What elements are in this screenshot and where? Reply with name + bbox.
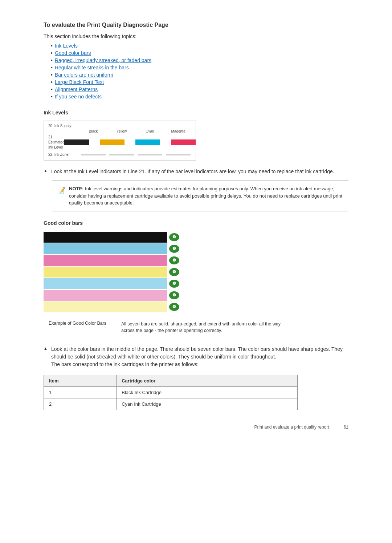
- ink-levels-link[interactable]: Ink Levels: [55, 43, 78, 49]
- list-item: Ragged, irregularly streaked, or faded b…: [51, 57, 348, 63]
- bar-number-5: ❷: [169, 280, 179, 288]
- list-item: If you see no defects: [51, 94, 348, 100]
- color-bars-bullet: ▲ Look at the color bars in the middle o…: [44, 345, 348, 368]
- cbt-left-cell: Example of Good Color Bars: [44, 317, 116, 338]
- list-item: Bar colors are not uniform: [51, 72, 348, 78]
- bar-row-1: ❶: [44, 232, 181, 243]
- bar-number-3: ❸: [169, 256, 179, 264]
- ink-line21-label: 21. Estimated Ink Level: [48, 135, 64, 150]
- list-item: Alignment Patterns: [51, 86, 348, 92]
- note-box: 📝 NOTE: Ink level warnings and indicator…: [52, 181, 348, 211]
- list-item: Ink Levels: [51, 43, 348, 49]
- table-cell-item-2: 2: [44, 398, 117, 410]
- cbt-right-cell: All seven bars are solid, sharp-edged, a…: [116, 317, 298, 338]
- bar-number-2: ❷: [169, 245, 179, 253]
- triangle-icon-2: ▲: [44, 346, 48, 350]
- list-item: Regular white streaks in the bars: [51, 65, 348, 70]
- ink-line22-label: 22. Ink Zone:: [48, 152, 81, 157]
- footer-left: Print and evaluate a print quality repor…: [254, 425, 329, 430]
- table-row: 1 Black Ink Cartridge: [44, 387, 298, 398]
- ragged-bars-link[interactable]: Ragged, irregularly streaked, or faded b…: [55, 57, 151, 63]
- large-black-font-link[interactable]: Large Black Font Text: [55, 79, 104, 85]
- list-item: Large Black Font Text: [51, 79, 348, 85]
- col-magenta: Magenta: [166, 129, 191, 133]
- bar-number-6: ❸: [169, 291, 179, 299]
- ink-level-diagram: 20. Ink Supply: Black Yellow Cyan Magent…: [44, 121, 196, 161]
- bar-row-4: ❹: [44, 267, 181, 277]
- color-bars-visual: ❶ ❷ ❸ ❹ ❷ ❸ ❹: [44, 232, 181, 312]
- note-text: Ink level warnings and indicators provid…: [69, 186, 342, 206]
- note-label: NOTE:: [69, 186, 83, 191]
- not-uniform-link[interactable]: Bar colors are not uniform: [55, 72, 113, 78]
- table-header-item: Item: [44, 375, 117, 387]
- table-row: 2 Cyan Ink Cartridge: [44, 398, 298, 410]
- table-header-color: Cartridge color: [117, 375, 298, 387]
- intro-text: This section includes the following topi…: [44, 33, 348, 39]
- bar-number-4: ❹: [169, 268, 179, 276]
- ink-bar-cyan: [135, 139, 160, 145]
- cartridge-table: Item Cartridge color 1 Black Ink Cartrid…: [44, 375, 298, 410]
- bar-row-3: ❸: [44, 255, 181, 266]
- bar-yellow: [44, 267, 167, 277]
- ink-bar-magenta: [171, 139, 196, 145]
- ink-line20-label: 20. Ink Supply:: [48, 124, 72, 128]
- bar-row-6: ❸: [44, 290, 181, 301]
- bar-cyan-light: [44, 278, 167, 289]
- table-cell-item-1: 1: [44, 387, 117, 398]
- bar-row-2: ❷: [44, 243, 181, 254]
- triangle-icon: ▲: [44, 169, 48, 173]
- color-bars-bullet-text: Look at the color bars in the middle of …: [51, 345, 348, 368]
- bar-magenta: [44, 255, 167, 266]
- no-defects-link[interactable]: If you see no defects: [55, 94, 102, 100]
- good-color-bars-heading: Good color bars: [44, 220, 348, 226]
- note-icon: 📝: [57, 186, 65, 195]
- table-cell-color-1: Black Ink Cartridge: [117, 387, 298, 398]
- bar-row-7: ❹: [44, 301, 181, 312]
- ink-bar-yellow: [100, 139, 124, 145]
- table-cell-color-2: Cyan Ink Cartridge: [117, 398, 298, 410]
- note-content: NOTE: Ink level warnings and indicators …: [69, 185, 343, 207]
- ink-level-bullet: ▲ Look at the Ink Level indicators in Li…: [44, 168, 348, 175]
- bar-magenta-light: [44, 290, 167, 301]
- page-title: To evaluate the Print Quality Diagnostic…: [44, 22, 348, 28]
- col-yellow: Yellow: [109, 129, 134, 133]
- ink-bar-black: [64, 139, 89, 145]
- col-cyan: Cyan: [138, 129, 162, 133]
- page-footer: Print and evaluate a print quality repor…: [44, 425, 348, 430]
- footer-page-number: 61: [344, 425, 348, 430]
- col-black: Black: [81, 129, 106, 133]
- bar-cyan: [44, 243, 167, 254]
- bar-yellow-light: [44, 301, 167, 312]
- white-streaks-link[interactable]: Regular white streaks in the bars: [55, 65, 129, 70]
- list-item: Good color bars: [51, 50, 348, 56]
- bar-number-7: ❹: [169, 303, 179, 311]
- topic-list: Ink Levels Good color bars Ragged, irreg…: [51, 43, 348, 100]
- good-color-bars-link[interactable]: Good color bars: [55, 50, 91, 56]
- ink-level-bullet-text: Look at the Ink Level indicators in Line…: [51, 168, 348, 175]
- bar-black: [44, 232, 167, 243]
- ink-levels-heading: Ink Levels: [44, 110, 348, 116]
- bar-row-5: ❷: [44, 278, 181, 289]
- bar-number-1: ❶: [169, 233, 179, 241]
- alignment-link[interactable]: Alignment Patterns: [55, 86, 98, 92]
- color-bars-table: Example of Good Color Bars All seven bar…: [44, 317, 298, 339]
